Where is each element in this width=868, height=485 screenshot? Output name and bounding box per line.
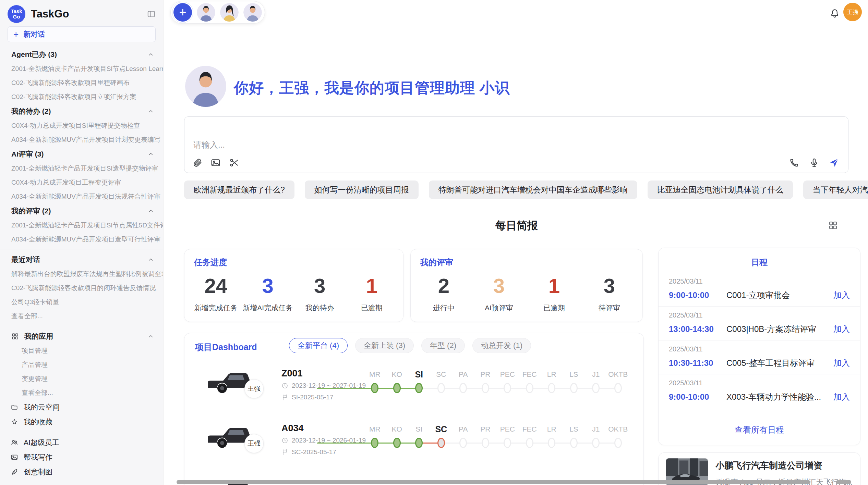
teammate-avatar-1[interactable] xyxy=(197,3,215,22)
sidebar-section-title[interactable]: 我的待办 (2) xyxy=(0,104,163,119)
dashboard-filter-pill[interactable]: 年型 (2) xyxy=(421,338,465,353)
sidebar-item-label: 帮我写作 xyxy=(24,452,52,462)
sidebar-section-title[interactable]: AI评审 (3) xyxy=(0,147,163,161)
sidebar-item[interactable]: A034-全新新能源MUV产品开发项目造型可行性评审 xyxy=(0,232,163,246)
event-name: C001-立项审批会 xyxy=(726,290,833,301)
event-date: 2025/03/11 xyxy=(669,379,850,387)
suggestion-chip[interactable]: 比亚迪全固态电池计划具体说了什么 xyxy=(648,181,793,199)
milestone-MR: MR xyxy=(364,422,386,449)
dashboard-filter-pill[interactable]: 全新平台 (4) xyxy=(289,338,348,353)
sidebar-tool-item[interactable]: 帮我写作 xyxy=(0,450,163,464)
project-owner-avatar: 王强 xyxy=(244,434,264,453)
sidebar-item[interactable]: Z001-全新燃油轻卡产品开发项目SI造型提交物评审 xyxy=(0,161,163,175)
greeting-text: 你好，王强，我是你的项目管理助理 小识 xyxy=(234,78,510,98)
recent-chat-item[interactable]: 解释最新出台的欧盟报废车法规再生塑料比例被调至15%... xyxy=(0,267,163,281)
join-link[interactable]: 加入 xyxy=(833,324,850,335)
task-progress-title: 任务进度 xyxy=(194,257,227,268)
teammate-avatar-3[interactable] xyxy=(243,3,262,22)
sidebar-item[interactable]: C02-飞腾新能源轻客改款项目立项汇报方案 xyxy=(0,90,163,104)
project-flag-date: SI-2025-05-17 xyxy=(281,394,333,401)
milestone-label: SI xyxy=(408,422,430,437)
app-item[interactable]: 查看全部... xyxy=(0,386,163,400)
project-owner-avatar: 王强 xyxy=(244,379,264,398)
milestone-label: SC xyxy=(430,422,453,437)
app-item[interactable]: 产品管理 xyxy=(0,358,163,372)
task-progress-stats: 24新增完成任务3新增AI完成任务3我的待办1已逾期 xyxy=(190,272,398,316)
milestone-dot xyxy=(504,383,511,393)
join-link[interactable]: 加入 xyxy=(833,391,850,402)
stat-label: 新增完成任务 xyxy=(194,303,238,313)
paperclip-icon[interactable] xyxy=(192,158,202,168)
sidebar-item[interactable]: A034-全新新能源MUV产品开发项目计划变更表编写 xyxy=(0,133,163,147)
milestone-PA: PA xyxy=(452,422,474,449)
sidebar-item-my-apps[interactable]: 我的应用 xyxy=(0,329,163,344)
chevron-up-icon xyxy=(147,51,154,58)
logo-text-bottom: Go xyxy=(13,14,20,20)
suggestion-chip[interactable]: 欧洲新规最近颁布了什么? xyxy=(184,181,294,199)
suggestion-chip[interactable]: 当下年轻人对汽车外观有怎样的喜好趋势 xyxy=(803,181,868,199)
layout-switch-icon[interactable] xyxy=(828,221,838,230)
sidebar-tool-item[interactable]: 创意制图 xyxy=(0,464,163,479)
scissors-icon[interactable] xyxy=(229,158,239,168)
horizontal-scrollbar[interactable] xyxy=(177,480,810,484)
plus-icon: + xyxy=(13,30,19,39)
milestone-PEC: PEC xyxy=(496,422,519,449)
project-row-Z001[interactable]: 王强Z0012023-12-19 ~ 2027-01-19SI-2025-05-… xyxy=(184,362,643,416)
image-icon[interactable] xyxy=(210,158,221,168)
sidebar-item[interactable]: Z001-全新燃油轻卡产品开发项目SI节点属性5D文件评审 xyxy=(0,218,163,232)
app-item[interactable]: 变更管理 xyxy=(0,372,163,386)
milestone-track: MRKOSISCPAPRPECFECLRLSJ1OKTB xyxy=(364,367,629,394)
user-avatar[interactable]: 王强 xyxy=(843,3,862,21)
notification-bell-icon[interactable] xyxy=(830,8,840,18)
send-icon[interactable] xyxy=(829,158,839,168)
sidebar-section-title[interactable]: 我的评审 (2) xyxy=(0,203,163,218)
app-item[interactable]: 项目管理 xyxy=(0,344,163,358)
sidebar-item-star[interactable]: 我的收藏 xyxy=(0,414,163,429)
sidebar-item[interactable]: C02-飞腾新能源轻客改款项目里程碑画布 xyxy=(0,76,163,90)
milestone-label: PEC xyxy=(496,367,519,382)
recent-chat-item[interactable]: 查看全部... xyxy=(0,309,163,323)
milestone-LS: LS xyxy=(563,422,585,449)
chevron-up-icon xyxy=(147,208,154,214)
suggestion-chip[interactable]: 特朗普可能对进口汽车增税会对中国车企造成哪些影响 xyxy=(429,181,637,199)
milestone-label: J1 xyxy=(585,422,607,437)
dashboard-filter-pill[interactable]: 全新上装 (3) xyxy=(355,338,414,353)
recent-chat-item[interactable]: 公司Q3轻卡销量 xyxy=(0,295,163,309)
plus-icon: + xyxy=(179,5,186,20)
sidebar-collapse-icon[interactable] xyxy=(147,10,156,18)
new-chat-button[interactable]: + 新对话 xyxy=(8,26,156,42)
dashboard-title: 项目Dashboard xyxy=(195,341,257,353)
main-area: + 王强 你好，王强，我是你的项目管理助理 小识 请输入... 欧洲新规最近颁布… xyxy=(164,0,868,485)
join-link[interactable]: 加入 xyxy=(833,358,850,369)
sidebar-section-title-recent[interactable]: 最近对话 xyxy=(0,252,163,267)
event-time: 10:30-11:30 xyxy=(669,358,726,368)
schedule-event: 2025/03/1113:00-14:30C003|H0B-方案冻结评审加入 xyxy=(659,307,860,340)
sidebar-item[interactable]: C0X4-动力总成开发项目SI里程碑提交物检查 xyxy=(0,119,163,133)
dashboard-filter-pill[interactable]: 动总开发 (1) xyxy=(472,338,531,353)
mic-icon[interactable] xyxy=(809,158,819,168)
task-progress-card: 任务进度 24新增完成任务3新增AI完成任务3我的待办1已逾期 xyxy=(184,249,403,322)
sidebar-item[interactable]: Z001-全新燃油皮卡产品开发项目SI节点Lesson Learn报告 xyxy=(0,62,163,76)
stat-value: 24 xyxy=(204,276,227,296)
project-row-A034[interactable]: 王强A0342023-12-19 ~ 2026-01-19SC-2025-05-… xyxy=(184,417,643,471)
chat-input[interactable]: 请输入... xyxy=(184,116,848,173)
sidebar-tool-item[interactable]: AI超级员工 xyxy=(0,435,163,450)
suggestion-chip[interactable]: 如何写一份清晰的项目周报 xyxy=(305,181,419,199)
teammate-avatar-2[interactable] xyxy=(220,3,239,22)
view-all-schedule-link[interactable]: 查看所有日程 xyxy=(659,424,860,435)
stat-value: 1 xyxy=(366,276,377,296)
add-session-button[interactable]: + xyxy=(173,3,192,22)
assistant-avatar xyxy=(185,66,226,107)
recent-chat-item[interactable]: C02-飞腾新能源轻客改款项目的闭环通告反馈情况 xyxy=(0,281,163,295)
milestone-PR: PR xyxy=(474,422,497,449)
milestone-dot xyxy=(526,438,533,448)
sidebar-section-title[interactable]: Agent已办 (3) xyxy=(0,47,163,62)
sidebar-item[interactable]: A034-全新新能源MUV产品开发项目法规符合性评审 xyxy=(0,189,163,203)
horizontal-scrollbar-end[interactable] xyxy=(836,480,851,484)
sidebar-item[interactable]: C0X4-动力总成开发项目工程变更评审 xyxy=(0,175,163,189)
join-link[interactable]: 加入 xyxy=(833,290,850,301)
people-icon xyxy=(11,439,18,446)
sidebar-item-folder[interactable]: 我的云空间 xyxy=(0,400,163,414)
milestone-label: PA xyxy=(452,367,474,382)
phone-icon[interactable] xyxy=(789,158,799,168)
